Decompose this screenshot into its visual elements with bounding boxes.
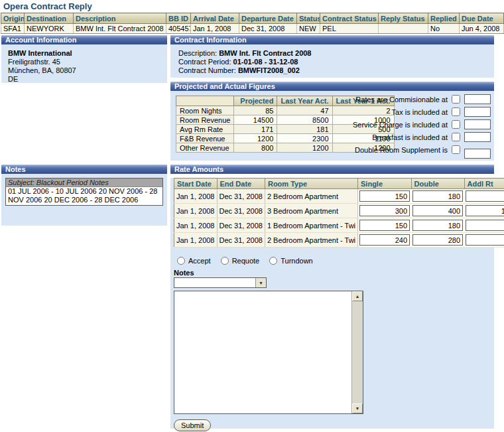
rate-double-input[interactable] [412, 190, 463, 202]
rate-double-input[interactable] [412, 205, 463, 216]
rate-start-date: Jan 1, 2008 [174, 204, 218, 218]
double-room-supplement-checkbox[interactable] [452, 145, 460, 154]
reply-notes-textarea-box: ▲ ▼ [174, 291, 363, 414]
figures-label: F&B Revenue [176, 134, 234, 143]
scroll-up-icon[interactable]: ▲ [352, 291, 363, 301]
cell-reply-status [379, 24, 428, 34]
rates-col-start-date: Start Date [174, 179, 218, 189]
notes-panel-content: Subject: Blackout Period Notes 01 JUL 20… [1, 174, 167, 226]
notes-panel: Notes Subject: Blackout Period Notes 01 … [1, 165, 167, 226]
rate-addl-input[interactable] [466, 205, 504, 216]
rates-header-row: Start Date End Date Room Type Single Dou… [174, 179, 504, 189]
account-address-line-3: DE [8, 75, 164, 84]
rate-amounts-panel: Rate Amounts Start Date End Date Room Ty… [170, 165, 494, 429]
rate-room-type: 3 Bedroom Apartment [265, 204, 357, 218]
rate-double-input[interactable] [412, 234, 463, 246]
breakfast-value-input[interactable] [464, 132, 491, 142]
submit-button[interactable]: Submit [174, 419, 211, 431]
turndown-radio-label: Turndown [281, 257, 313, 265]
contract-number-label: Contract Number: [178, 66, 236, 74]
rate-room-type: 2 Bedroom Apartment [265, 189, 357, 204]
figures-value: 800 [234, 143, 277, 153]
contract-information-header: Contract Information [170, 35, 494, 44]
rate-single-input[interactable] [359, 190, 410, 202]
commisionable-checkbox[interactable] [452, 95, 460, 104]
rate-row-4: Jan 1, 2008 Dec 31, 2008 2 Bedroom Apart… [174, 233, 504, 248]
figures-value: 47 [277, 106, 332, 115]
commisionable-label: Rates are Commisionable at [355, 96, 448, 104]
option-row-double-room-supplement: Double Room Supplement is [353, 143, 491, 156]
reply-notes-textarea[interactable] [174, 291, 352, 413]
service-charge-checkbox[interactable] [452, 120, 460, 129]
figures-value: 2300 [277, 134, 332, 143]
rates-col-end-date: End Date [217, 179, 265, 189]
rate-room-type: 1 Bedroom Apartment - Twi [265, 218, 357, 233]
col-header-replied: Replied [428, 13, 460, 24]
contract-information-content: Description: BMW Int. Flt Contract 2008 … [170, 44, 494, 78]
projected-figures-panel: Projected and Actual Figures Projected L… [170, 82, 494, 161]
figures-value: 181 [277, 125, 332, 134]
accept-radio-label: Accept [188, 257, 211, 265]
rate-addl-input[interactable] [466, 220, 504, 231]
cell-contract-status: PEL [320, 24, 379, 34]
contract-description-label: Description: [178, 49, 217, 57]
service-charge-value-input[interactable] [464, 119, 491, 129]
rate-end-date: Dec 31, 2008 [217, 189, 265, 204]
textarea-scrollbar[interactable]: ▲ ▼ [351, 291, 363, 413]
cell-arrival-date: Jan 1, 2008 [191, 24, 239, 34]
rates-table: Start Date End Date Room Type Single Dou… [174, 178, 504, 248]
col-header-destination: Destination [25, 13, 74, 24]
chevron-down-icon[interactable]: ▼ [255, 278, 266, 287]
requote-radio[interactable] [221, 257, 229, 265]
rate-single-input[interactable] [359, 234, 410, 246]
cell-origin: SFA1 [1, 24, 25, 34]
account-information-panel: Account Information BMW International Fr… [1, 35, 167, 83]
cell-destination: NEWYORK [25, 24, 74, 34]
notes-panel-header: Notes [1, 165, 167, 174]
breakfast-checkbox[interactable] [452, 133, 460, 141]
figures-col-projected: Projected [234, 96, 277, 106]
breakfast-label: Breakfast is included at [372, 133, 448, 141]
scroll-down-icon[interactable]: ▼ [352, 403, 363, 413]
rate-double-input[interactable] [412, 220, 463, 231]
cell-description: BMW Int. Flt Contract 2008 [74, 24, 166, 34]
projected-figures-header: Projected and Actual Figures [170, 82, 494, 91]
turndown-radio[interactable] [269, 257, 277, 265]
contract-description-value: BMW Int. Flt Contract 2008 [219, 49, 311, 57]
tax-value-input[interactable] [464, 107, 491, 117]
reply-notes-label: Notes [174, 269, 494, 277]
figures-value: 85 [234, 106, 277, 115]
cell-replied: No [428, 24, 460, 34]
requote-radio-pair: Requote [221, 257, 260, 265]
cell-departure-date: Dec 31, 2008 [239, 24, 297, 34]
option-row-breakfast: Breakfast is included at [353, 131, 491, 143]
notes-template-select[interactable]: ▼ [174, 277, 267, 288]
accept-radio[interactable] [177, 257, 185, 265]
figures-col-last-year: Last Year Act. [277, 96, 332, 106]
option-row-service-charge: Service Charge is included at [353, 118, 491, 131]
account-information-content: BMW International Freiligrathstr. 45 Mün… [1, 44, 167, 83]
rate-options-block: Rates are Commisionable at Tax is includ… [353, 93, 491, 156]
contract-description-row: Description: BMW Int. Flt Contract 2008 [178, 49, 491, 58]
account-address-line-2: München, BA, 80807 [8, 66, 164, 75]
double-room-supplement-value-input[interactable] [464, 149, 491, 159]
rate-addl-input[interactable] [466, 234, 504, 246]
rate-amounts-header: Rate Amounts [170, 165, 494, 174]
tax-label: Tax is included at [392, 108, 448, 116]
double-room-supplement-label: Double Room Supplement is [355, 146, 448, 154]
page-title: Opera Contract Reply [3, 1, 92, 11]
rate-start-date: Jan 1, 2008 [174, 233, 218, 248]
rate-single-input[interactable] [359, 205, 410, 216]
figures-value: 8500 [277, 115, 332, 125]
requote-radio-label: Requote [232, 257, 260, 265]
rate-row-2: Jan 1, 2008 Dec 31, 2008 3 Bedroom Apart… [174, 204, 504, 218]
contract-period-row: Contract Period: 01-01-08 - 31-12-08 [178, 58, 491, 66]
rate-end-date: Dec 31, 2008 [217, 218, 265, 233]
rate-addl-input[interactable] [466, 190, 504, 202]
rate-single-input[interactable] [359, 220, 410, 231]
tax-checkbox[interactable] [452, 108, 460, 116]
rate-end-date: Dec 31, 2008 [217, 204, 265, 218]
commisionable-value-input[interactable] [464, 94, 491, 104]
figures-value: 1200 [234, 134, 277, 143]
contract-period-label: Contract Period: [178, 58, 231, 66]
